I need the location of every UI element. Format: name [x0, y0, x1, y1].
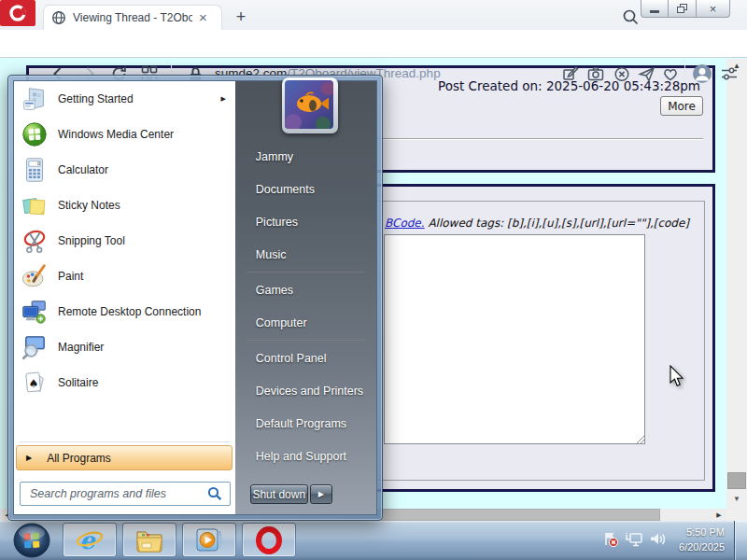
mouse-cursor: [669, 365, 686, 389]
show-desktop-button[interactable]: [734, 521, 747, 560]
start-button[interactable]: [10, 522, 53, 559]
profile-avatar[interactable]: [692, 63, 712, 84]
active-tab[interactable]: Viewing Thread - T2Oboard ×: [43, 5, 222, 30]
close-button[interactable]: ×: [697, 0, 730, 18]
vertical-scrollbar[interactable]: ▲ ▼: [726, 59, 747, 509]
opera-icon: [255, 526, 283, 554]
menu-item-getting-started[interactable]: Getting Started ▶: [14, 81, 235, 117]
vertical-scroll-thumb[interactable]: [727, 472, 746, 489]
opera-logo-icon: [7, 3, 28, 23]
bcode-help-line: BCode. Allowed tags: [b],[i],[u],[s],[ur…: [385, 217, 689, 230]
scroll-right-button[interactable]: ▶: [712, 509, 726, 521]
svg-text:♠: ♠: [28, 377, 38, 390]
taskbar-wmp-button[interactable]: [182, 523, 236, 557]
menu-item-magnifier[interactable]: Magnifier: [14, 329, 235, 365]
scroll-down-button[interactable]: ▼: [726, 492, 747, 507]
easy-setup-tuner-icon[interactable]: [720, 64, 739, 83]
start-menu-places-panel: Jammy Documents Pictures Music Games Com…: [235, 81, 376, 514]
allowed-tags-text: Allowed tags: [b],[i],[u],[s],[url],[url…: [425, 217, 689, 230]
menu-item-games[interactable]: Games: [256, 282, 293, 299]
desktop: { "browser": { "tab": { "title": "Viewin…: [0, 0, 747, 560]
solitaire-icon: ♠: [21, 369, 49, 397]
calculator-icon: 0: [21, 156, 49, 184]
new-tab-button[interactable]: +: [230, 7, 252, 28]
menu-item-solitaire[interactable]: ♠ Solitaire: [14, 365, 235, 400]
menu-item-control-panel[interactable]: Control Panel: [256, 350, 327, 367]
taskbar-ie-button[interactable]: e: [63, 523, 117, 557]
menu-item-label: Sticky Notes: [58, 199, 120, 212]
menu-item-media-center[interactable]: Windows Media Center: [14, 117, 235, 152]
snapshot-camera-icon[interactable]: [586, 64, 605, 83]
places-separator: [247, 272, 365, 273]
user-picture[interactable]: [282, 77, 338, 133]
start-search-input[interactable]: [21, 487, 207, 500]
internet-explorer-icon: e: [75, 525, 105, 555]
menu-item-documents[interactable]: Documents: [256, 181, 315, 198]
shutdown-options-arrow[interactable]: ▶: [310, 484, 332, 504]
taskbar-explorer-button[interactable]: [122, 523, 176, 557]
start-search-box[interactable]: [20, 482, 231, 506]
close-icon: ×: [710, 2, 717, 16]
tab-close-icon[interactable]: ×: [199, 11, 207, 24]
network-icon[interactable]: [624, 530, 644, 548]
folder-icon: [134, 526, 164, 554]
edit-bookmark-icon[interactable]: [561, 64, 580, 83]
all-programs-button[interactable]: ▶ All Programs: [16, 445, 233, 470]
menu-item-sticky-notes[interactable]: Sticky Notes: [14, 188, 235, 223]
menu-item-label: Windows Media Center: [58, 128, 174, 141]
blocker-icon[interactable]: [613, 64, 631, 83]
menu-item-label: Remote Desktop Connection: [58, 305, 201, 318]
more-button[interactable]: More: [660, 96, 703, 116]
reply-textarea[interactable]: [384, 234, 645, 444]
toolbar-separator-2: [684, 64, 685, 83]
shutdown-button[interactable]: Shut down: [250, 484, 308, 504]
menu-item-computer[interactable]: Computer: [256, 315, 307, 331]
all-programs-label: All Programs: [47, 452, 111, 465]
svg-text:e: e: [79, 526, 96, 554]
bcode-link[interactable]: BCode.: [385, 217, 425, 230]
start-menu: Getting Started ▶ Windows Media Center 0: [7, 75, 383, 521]
textarea-resize-handle[interactable]: [635, 434, 645, 444]
scroll-right-icon: ▶: [716, 511, 721, 518]
all-programs-arrow-icon: ▶: [26, 454, 32, 462]
menu-item-label: Calculator: [58, 163, 108, 176]
places-separator-2: [247, 340, 365, 341]
menu-item-calculator[interactable]: 0 Calculator: [14, 152, 235, 188]
menu-item-user-name[interactable]: Jammy: [256, 148, 293, 165]
search-magnifier-icon: [207, 486, 222, 501]
menu-item-label: Magnifier: [58, 341, 104, 354]
opera-menu-button[interactable]: [0, 0, 35, 26]
menu-item-paint[interactable]: Paint: [14, 259, 235, 294]
minimize-icon: [650, 10, 659, 13]
menu-item-label: Paint: [58, 270, 83, 283]
menu-item-devices-printers[interactable]: Devices and Printers: [256, 383, 363, 399]
action-center-flag-icon[interactable]: [601, 530, 619, 548]
getting-started-icon: [21, 85, 49, 113]
magnifier-icon: [21, 333, 49, 361]
send-flow-icon[interactable]: [638, 64, 656, 83]
page-favicon-globe-icon: [51, 10, 66, 25]
taskbar-clock[interactable]: 5:50 PM 6/20/2025: [663, 525, 725, 554]
sticky-notes-icon: [21, 191, 49, 219]
menu-item-snipping-tool[interactable]: Snipping Tool: [14, 223, 235, 259]
restore-button[interactable]: [669, 0, 697, 18]
taskbar-opera-button[interactable]: [242, 523, 296, 557]
snipping-tool-icon: [21, 227, 49, 255]
menu-item-music[interactable]: Music: [256, 246, 287, 263]
tab-title: Viewing Thread - T2Oboard: [73, 11, 192, 24]
menu-item-label: Getting Started: [58, 92, 134, 105]
menu-item-default-programs[interactable]: Default Programs: [256, 415, 346, 432]
window-controls: ×: [641, 0, 730, 18]
svg-text:0: 0: [37, 161, 40, 166]
menu-item-help-support[interactable]: Help and Support: [256, 448, 346, 465]
menu-item-remote-desktop[interactable]: Remote Desktop Connection: [14, 294, 235, 329]
user-picture-fish-image: [285, 80, 333, 129]
menu-item-pictures[interactable]: Pictures: [256, 214, 298, 231]
tab-bar: Viewing Thread - T2Oboard × + ×: [0, 0, 747, 30]
media-center-icon: [21, 120, 49, 148]
bookmark-heart-icon[interactable]: [661, 64, 680, 83]
search-icon[interactable]: [622, 8, 639, 25]
menu-item-label: Solitaire: [58, 376, 98, 389]
minimize-button[interactable]: [641, 0, 669, 18]
taskbar: e: [0, 521, 747, 560]
